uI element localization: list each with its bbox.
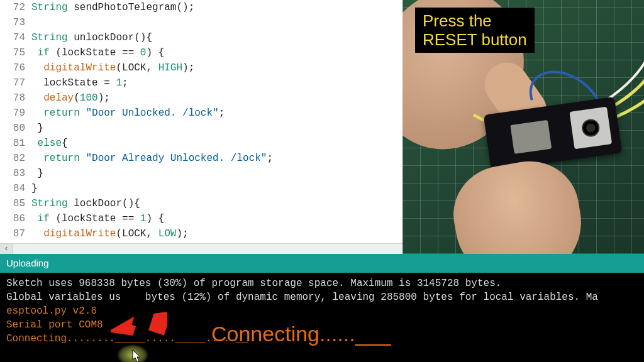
camera-module-icon [569, 107, 612, 150]
code-editor[interactable]: 72String sendPhotoTelegram();7374String … [0, 0, 402, 254]
line-number: 81 [0, 136, 29, 151]
line-number: 84 [0, 181, 29, 196]
code-text[interactable]: digitalWrite(LOCK, LOW); [29, 226, 189, 241]
line-number: 75 [0, 45, 29, 60]
code-text[interactable]: } [29, 121, 43, 136]
line-number: 80 [0, 121, 29, 136]
scroll-track[interactable] [13, 244, 402, 254]
line-number: 85 [0, 196, 29, 211]
code-line[interactable]: 78 delay(100); [0, 90, 402, 106]
code-line[interactable]: 75 if (lockState == 0) { [0, 45, 402, 60]
line-number: 77 [0, 75, 29, 90]
line-number: 79 [0, 106, 29, 121]
line-number: 87 [0, 226, 29, 241]
scroll-left-button[interactable]: ‹ [0, 244, 13, 254]
code-line[interactable]: 86 if (lockState == 1) { [0, 211, 402, 226]
code-text[interactable]: } [29, 181, 38, 196]
status-bar: Uploading [0, 254, 644, 273]
status-text: Uploading [6, 258, 49, 268]
horizontal-scrollbar[interactable]: ‹ [0, 243, 402, 254]
code-line[interactable]: 83 } [0, 166, 402, 181]
code-line[interactable]: 87 digitalWrite(LOCK, LOW); [0, 226, 402, 241]
code-line[interactable]: 79 return "Door Unlocked. /lock"; [0, 106, 402, 121]
code-text[interactable]: digitalWrite(LOCK, HIGH); [29, 60, 194, 75]
output-console[interactable]: Sketch uses 968338 bytes (30%) of progra… [0, 273, 644, 362]
code-line[interactable]: 82 return "Door Already Unlocked. /lock"… [0, 151, 402, 166]
line-number: 76 [0, 60, 29, 75]
console-line: Sketch uses 968338 bytes (30%) of progra… [6, 277, 638, 290]
mouse-cursor-icon [132, 349, 142, 362]
code-line[interactable]: 77 lockState = 1; [0, 75, 402, 90]
code-text[interactable]: delay(100); [29, 90, 110, 106]
code-text[interactable] [29, 15, 31, 30]
code-line[interactable]: 84} [0, 181, 402, 196]
connecting-overlay-label: Connecting......___ [211, 327, 391, 341]
code-line[interactable]: 74String unlockDoor(){ [0, 30, 402, 45]
code-line[interactable]: 81 else{ [0, 136, 402, 151]
code-text[interactable]: } [29, 166, 43, 181]
code-text[interactable]: return "Door Already Unlocked. /lock"; [29, 151, 273, 166]
line-number: 74 [0, 30, 29, 45]
caption-line-2: RESET button [423, 30, 527, 49]
line-number: 82 [0, 151, 29, 166]
chip-icon [510, 120, 552, 154]
code-line[interactable]: 80 } [0, 121, 402, 136]
svg-marker-0 [111, 302, 167, 346]
caption-line-1: Press the [423, 11, 527, 30]
code-text[interactable]: else{ [29, 136, 68, 151]
line-number: 78 [0, 90, 29, 106]
arrow-annotation-icon [111, 302, 167, 346]
photo-caption: Press the RESET button [415, 8, 535, 53]
code-text[interactable]: lockState = 1; [29, 75, 128, 90]
code-text[interactable]: String sendPhotoTelegram(); [29, 0, 194, 15]
code-text[interactable]: String lockDoor(){ [29, 196, 140, 211]
code-line[interactable]: 85String lockDoor(){ [0, 196, 402, 211]
code-area[interactable]: 72String sendPhotoTelegram();7374String … [0, 0, 402, 243]
hardware-photo: Press the RESET button [402, 0, 644, 254]
line-number: 86 [0, 211, 29, 226]
code-line[interactable]: 73 [0, 15, 402, 30]
console-line: Global variables us 41 bytes (12%) of dy… [6, 290, 638, 304]
line-number: 72 [0, 0, 29, 15]
code-text[interactable]: return "Door Unlocked. /lock"; [29, 106, 225, 121]
code-line[interactable]: 72String sendPhotoTelegram(); [0, 0, 402, 15]
line-number: 83 [0, 166, 29, 181]
code-text[interactable]: if (lockState == 1) { [29, 211, 164, 226]
console-line: esptool.py v2.6 [6, 304, 638, 318]
line-number: 73 [0, 15, 29, 30]
code-line[interactable]: 76 digitalWrite(LOCK, HIGH); [0, 60, 402, 75]
code-text[interactable]: if (lockState == 0) { [29, 45, 164, 60]
code-text[interactable]: String unlockDoor(){ [29, 30, 152, 45]
